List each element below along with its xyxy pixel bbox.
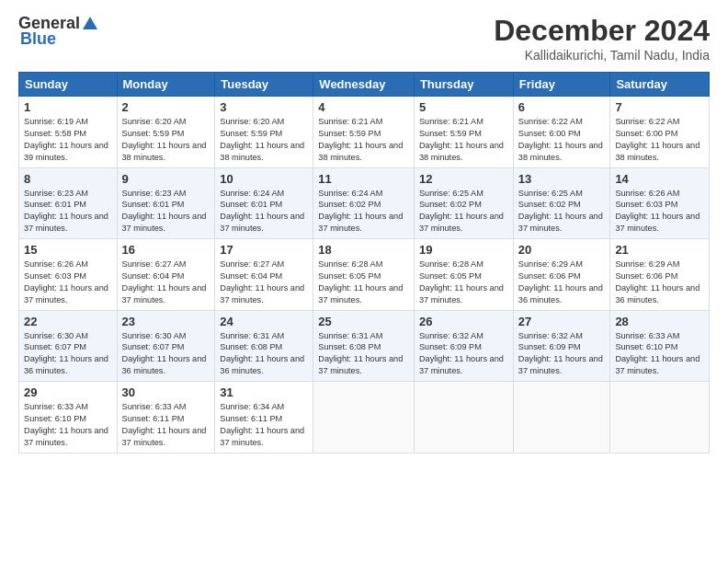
day-number: 15 <box>24 243 112 257</box>
day-number: 1 <box>24 100 112 114</box>
col-monday: Monday <box>117 73 215 97</box>
location: Kallidaikurichi, Tamil Nadu, India <box>494 48 710 63</box>
day-info: Sunrise: 6:23 AM Sunset: 6:01 PM Dayligh… <box>24 188 112 236</box>
day-info: Sunrise: 6:22 AM Sunset: 6:00 PM Dayligh… <box>615 116 704 164</box>
day-number: 23 <box>122 315 210 328</box>
calendar-cell: 8Sunrise: 6:23 AM Sunset: 6:01 PM Daylig… <box>19 167 118 239</box>
day-number: 20 <box>518 243 606 257</box>
calendar-cell: 3Sunrise: 6:20 AM Sunset: 5:59 PM Daylig… <box>215 97 313 168</box>
day-number: 27 <box>518 315 606 328</box>
calendar-cell: 18Sunrise: 6:28 AM Sunset: 6:05 PM Dayli… <box>313 239 415 311</box>
day-info: Sunrise: 6:31 AM Sunset: 6:08 PM Dayligh… <box>318 330 409 378</box>
svg-marker-0 <box>83 17 97 29</box>
day-number: 7 <box>615 100 704 114</box>
calendar-cell: 19Sunrise: 6:28 AM Sunset: 6:05 PM Dayli… <box>414 239 513 311</box>
col-sunday: Sunday <box>19 73 118 97</box>
day-number: 8 <box>24 172 112 186</box>
calendar-cell: 24Sunrise: 6:31 AM Sunset: 6:08 PM Dayli… <box>215 310 313 382</box>
week-row-3: 15Sunrise: 6:26 AM Sunset: 6:03 PM Dayli… <box>19 239 710 311</box>
calendar-cell: 22Sunrise: 6:30 AM Sunset: 6:07 PM Dayli… <box>19 310 118 382</box>
calendar-cell: 2Sunrise: 6:20 AM Sunset: 5:59 PM Daylig… <box>117 97 215 168</box>
calendar-cell: 28Sunrise: 6:33 AM Sunset: 6:10 PM Dayli… <box>610 310 710 382</box>
calendar-cell: 26Sunrise: 6:32 AM Sunset: 6:09 PM Dayli… <box>414 310 513 382</box>
day-number: 12 <box>419 172 508 186</box>
calendar-cell <box>414 382 513 454</box>
day-info: Sunrise: 6:26 AM Sunset: 6:03 PM Dayligh… <box>24 259 112 306</box>
title-section: December 2024 Kallidaikurichi, Tamil Nad… <box>494 14 710 63</box>
day-info: Sunrise: 6:27 AM Sunset: 6:04 PM Dayligh… <box>220 259 308 306</box>
day-info: Sunrise: 6:20 AM Sunset: 5:59 PM Dayligh… <box>122 116 210 164</box>
day-info: Sunrise: 6:21 AM Sunset: 5:59 PM Dayligh… <box>318 116 409 164</box>
calendar-cell: 31Sunrise: 6:34 AM Sunset: 6:11 PM Dayli… <box>215 382 313 454</box>
calendar-cell: 9Sunrise: 6:23 AM Sunset: 6:01 PM Daylig… <box>117 167 215 239</box>
calendar-cell: 14Sunrise: 6:26 AM Sunset: 6:03 PM Dayli… <box>610 167 710 239</box>
day-info: Sunrise: 6:23 AM Sunset: 6:01 PM Dayligh… <box>122 188 210 236</box>
day-info: Sunrise: 6:19 AM Sunset: 5:58 PM Dayligh… <box>24 116 112 164</box>
col-thursday: Thursday <box>414 73 513 97</box>
calendar-cell: 5Sunrise: 6:21 AM Sunset: 5:59 PM Daylig… <box>414 97 513 168</box>
day-info: Sunrise: 6:28 AM Sunset: 6:05 PM Dayligh… <box>419 259 508 306</box>
day-info: Sunrise: 6:20 AM Sunset: 5:59 PM Dayligh… <box>220 116 308 164</box>
day-number: 3 <box>220 100 308 114</box>
day-info: Sunrise: 6:33 AM Sunset: 6:10 PM Dayligh… <box>24 401 112 449</box>
day-number: 2 <box>122 100 210 114</box>
day-number: 29 <box>24 385 112 399</box>
day-info: Sunrise: 6:29 AM Sunset: 6:06 PM Dayligh… <box>615 259 704 306</box>
week-row-5: 29Sunrise: 6:33 AM Sunset: 6:10 PM Dayli… <box>19 382 710 454</box>
day-number: 28 <box>615 315 704 328</box>
calendar-cell: 10Sunrise: 6:24 AM Sunset: 6:01 PM Dayli… <box>215 167 313 239</box>
header: General Blue December 2024 Kallidaikuric… <box>18 14 710 63</box>
calendar-cell: 20Sunrise: 6:29 AM Sunset: 6:06 PM Dayli… <box>513 239 610 311</box>
calendar-cell: 21Sunrise: 6:29 AM Sunset: 6:06 PM Dayli… <box>610 239 710 311</box>
day-number: 21 <box>615 243 704 257</box>
day-info: Sunrise: 6:31 AM Sunset: 6:08 PM Dayligh… <box>220 330 308 378</box>
calendar-cell: 13Sunrise: 6:25 AM Sunset: 6:02 PM Dayli… <box>513 167 610 239</box>
calendar-cell <box>610 382 710 454</box>
calendar-cell: 16Sunrise: 6:27 AM Sunset: 6:04 PM Dayli… <box>117 239 215 311</box>
week-row-2: 8Sunrise: 6:23 AM Sunset: 6:01 PM Daylig… <box>19 167 710 239</box>
day-number: 22 <box>24 315 112 328</box>
calendar-cell: 11Sunrise: 6:24 AM Sunset: 6:02 PM Dayli… <box>313 167 415 239</box>
day-number: 5 <box>419 100 508 114</box>
day-number: 14 <box>615 172 704 186</box>
day-number: 16 <box>122 243 210 257</box>
day-number: 9 <box>122 172 210 186</box>
day-number: 31 <box>220 385 308 399</box>
calendar-cell: 4Sunrise: 6:21 AM Sunset: 5:59 PM Daylig… <box>313 97 415 168</box>
calendar-cell: 25Sunrise: 6:31 AM Sunset: 6:08 PM Dayli… <box>313 310 415 382</box>
col-friday: Friday <box>513 73 610 97</box>
calendar-cell: 27Sunrise: 6:32 AM Sunset: 6:09 PM Dayli… <box>513 310 610 382</box>
day-info: Sunrise: 6:21 AM Sunset: 5:59 PM Dayligh… <box>419 116 508 164</box>
page: General Blue December 2024 Kallidaikuric… <box>0 0 728 563</box>
calendar-cell: 1Sunrise: 6:19 AM Sunset: 5:58 PM Daylig… <box>19 97 118 168</box>
month-title: December 2024 <box>494 14 710 48</box>
day-number: 17 <box>220 243 308 257</box>
day-number: 25 <box>318 315 409 328</box>
day-number: 11 <box>318 172 409 186</box>
calendar-cell <box>513 382 610 454</box>
logo-blue: Blue <box>20 29 56 49</box>
logo-icon <box>81 15 99 33</box>
day-info: Sunrise: 6:33 AM Sunset: 6:10 PM Dayligh… <box>615 330 704 378</box>
calendar-cell: 6Sunrise: 6:22 AM Sunset: 6:00 PM Daylig… <box>513 97 610 168</box>
day-info: Sunrise: 6:28 AM Sunset: 6:05 PM Dayligh… <box>318 259 409 306</box>
col-saturday: Saturday <box>610 73 710 97</box>
header-row: Sunday Monday Tuesday Wednesday Thursday… <box>19 73 710 97</box>
day-number: 19 <box>419 243 508 257</box>
day-info: Sunrise: 6:32 AM Sunset: 6:09 PM Dayligh… <box>419 330 508 378</box>
calendar-cell: 12Sunrise: 6:25 AM Sunset: 6:02 PM Dayli… <box>414 167 513 239</box>
calendar-cell: 15Sunrise: 6:26 AM Sunset: 6:03 PM Dayli… <box>19 239 118 311</box>
col-wednesday: Wednesday <box>313 73 415 97</box>
day-info: Sunrise: 6:27 AM Sunset: 6:04 PM Dayligh… <box>122 259 210 306</box>
calendar-table: Sunday Monday Tuesday Wednesday Thursday… <box>18 72 710 454</box>
calendar-cell: 23Sunrise: 6:30 AM Sunset: 6:07 PM Dayli… <box>117 310 215 382</box>
day-number: 26 <box>419 315 508 328</box>
week-row-1: 1Sunrise: 6:19 AM Sunset: 5:58 PM Daylig… <box>19 97 710 168</box>
day-info: Sunrise: 6:32 AM Sunset: 6:09 PM Dayligh… <box>518 330 606 378</box>
day-info: Sunrise: 6:25 AM Sunset: 6:02 PM Dayligh… <box>419 188 508 236</box>
calendar-cell: 29Sunrise: 6:33 AM Sunset: 6:10 PM Dayli… <box>19 382 118 454</box>
col-tuesday: Tuesday <box>215 73 313 97</box>
calendar-cell: 7Sunrise: 6:22 AM Sunset: 6:00 PM Daylig… <box>610 97 710 168</box>
day-number: 30 <box>122 385 210 399</box>
calendar-cell <box>313 382 415 454</box>
